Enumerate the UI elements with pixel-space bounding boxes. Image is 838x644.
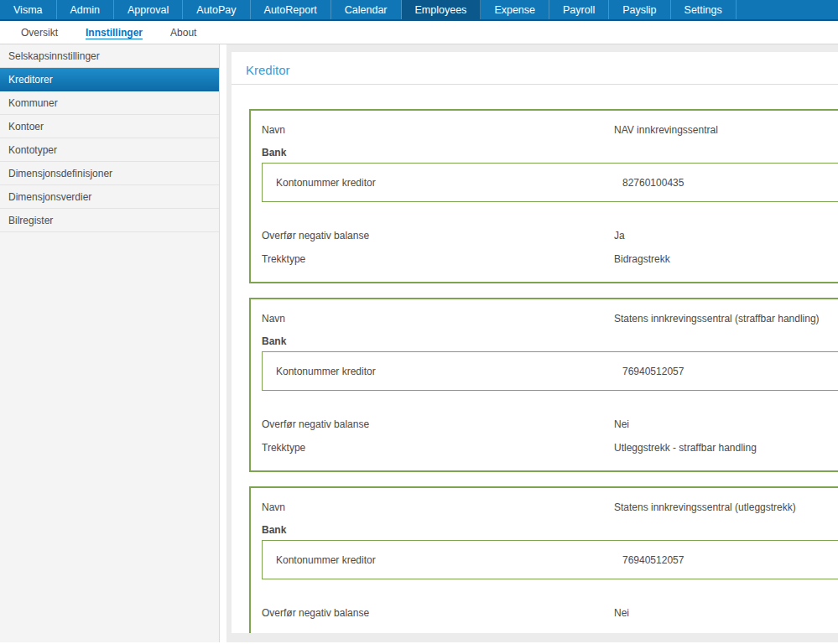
field-label-bank: Bank (262, 335, 614, 347)
field-label-kontonummer: Kontonummer kreditor (276, 554, 622, 566)
field-row-navn: Navn Statens innkrevingssentral (straffb… (262, 307, 838, 330)
field-value-navn: NAV innkrevingssentral (614, 124, 718, 136)
nav-item-settings[interactable]: Settings (671, 0, 737, 19)
field-row-overfor: Overfør negativ balanse Ja (262, 224, 838, 247)
field-value-navn: Statens innkrevingssentral (straffbar ha… (614, 313, 820, 325)
field-value-trekktype: Bidragstrekk (614, 253, 670, 265)
field-row-bank: Bank (262, 330, 838, 351)
nav-item-calendar[interactable]: Calendar (331, 0, 402, 19)
field-label-kontonummer: Kontonummer kreditor (276, 177, 622, 189)
nav-item-visma[interactable]: Visma (0, 0, 57, 19)
field-value-overfor: Nei (614, 607, 629, 619)
sidebar-item-kommuner[interactable]: Kommuner (0, 91, 219, 115)
field-value-overfor: Ja (614, 230, 625, 242)
field-value-navn: Statens innkrevingssentral (utleggstrekk… (614, 501, 796, 513)
tab-about[interactable]: About (160, 27, 206, 39)
tab-innstillinger[interactable]: Innstillinger (75, 27, 153, 39)
field-label-navn: Navn (262, 501, 614, 513)
kreditor-panel: Kreditor Navn NAV innkrevingssentral Ban… (232, 52, 838, 633)
sidebar-item-dimensjonsdefinisjoner[interactable]: Dimensjonsdefinisjoner (0, 162, 219, 185)
tab-oversikt[interactable]: Oversikt (11, 27, 68, 39)
creditor-card: Navn Statens innkrevingssentral (utleggs… (249, 486, 838, 633)
sidebar-item-kontotyper[interactable]: Kontotyper (0, 138, 219, 162)
field-label-overfor: Overfør negativ balanse (262, 607, 614, 619)
field-value-trekktype: Utleggstrekk - straffbar handling (614, 442, 757, 454)
field-value-kontonummer: 82760100435 (622, 177, 684, 189)
nav-item-approval[interactable]: Approval (114, 0, 183, 19)
nav-item-autoreport[interactable]: AutoReport (251, 0, 331, 19)
creditor-card-list: Navn NAV innkrevingssentral Bank Kontonu… (232, 85, 838, 633)
settings-sidebar: Selskapsinnstillinger Kreditorer Kommune… (0, 44, 220, 642)
field-label-trekktype: Trekktype (262, 442, 614, 454)
tab-bar: Oversikt Innstillinger About (0, 21, 838, 44)
field-row-trekktype: Trekktype Utleggstrekk - straffbar handl… (262, 436, 838, 460)
sidebar-item-dimensjonsverdier[interactable]: Dimensjonsverdier (0, 185, 219, 209)
page-title: Kreditor (232, 52, 838, 85)
sidebar-item-selskapsinnstillinger[interactable]: Selskapsinnstillinger (0, 44, 219, 68)
field-label-overfor: Overfør negativ balanse (262, 418, 614, 430)
field-row-navn: Navn NAV innkrevingssentral (262, 118, 838, 142)
nav-item-autopay[interactable]: AutoPay (183, 0, 250, 19)
sidebar-item-kontoer[interactable]: Kontoer (0, 115, 219, 138)
bank-account-box: Kontonummer kreditor 76940512057 (262, 351, 838, 391)
field-label-trekktype: Trekktype (262, 253, 614, 265)
bank-account-box: Kontonummer kreditor 82760100435 (262, 163, 838, 202)
nav-item-employees[interactable]: Employees (402, 0, 481, 19)
sidebar-item-bilregister[interactable]: Bilregister (0, 209, 219, 232)
top-nav: Visma Admin Approval AutoPay AutoReport … (0, 0, 838, 21)
content-area: Selskapsinnstillinger Kreditorer Kommune… (0, 44, 838, 642)
field-row-overfor: Overfør negativ balanse Nei (262, 601, 838, 625)
field-value-kontonummer: 76940512057 (622, 554, 684, 566)
field-label-navn: Navn (262, 313, 614, 325)
field-row-bank: Bank (262, 519, 838, 540)
field-label-navn: Navn (262, 124, 614, 136)
sidebar-gutter (220, 44, 226, 642)
creditor-card: Navn Statens innkrevingssentral (straffb… (249, 298, 838, 472)
field-value-overfor: Nei (614, 418, 629, 430)
creditor-card: Navn NAV innkrevingssentral Bank Kontonu… (249, 109, 838, 283)
field-row-navn: Navn Statens innkrevingssentral (utleggs… (262, 496, 838, 519)
field-value-kontonummer: 76940512057 (622, 366, 684, 377)
nav-item-payslip[interactable]: Payslip (609, 0, 670, 19)
main-area: Kreditor Navn NAV innkrevingssentral Ban… (226, 44, 838, 642)
field-label-kontonummer: Kontonummer kreditor (276, 366, 622, 377)
field-label-bank: Bank (262, 524, 614, 536)
field-label-overfor: Overfør negativ balanse (262, 230, 614, 242)
bank-account-box: Kontonummer kreditor 76940512057 (262, 540, 838, 579)
nav-item-payroll[interactable]: Payroll (549, 0, 609, 19)
sidebar-item-kreditorer[interactable]: Kreditorer (0, 68, 219, 91)
field-row-bank: Bank (262, 142, 838, 163)
field-row-overfor: Overfør negativ balanse Nei (262, 413, 838, 436)
nav-item-expense[interactable]: Expense (481, 0, 549, 19)
field-label-bank: Bank (262, 147, 614, 158)
field-row-trekktype: Trekktype Bidragstrekk (262, 247, 838, 271)
nav-item-admin[interactable]: Admin (57, 0, 114, 19)
